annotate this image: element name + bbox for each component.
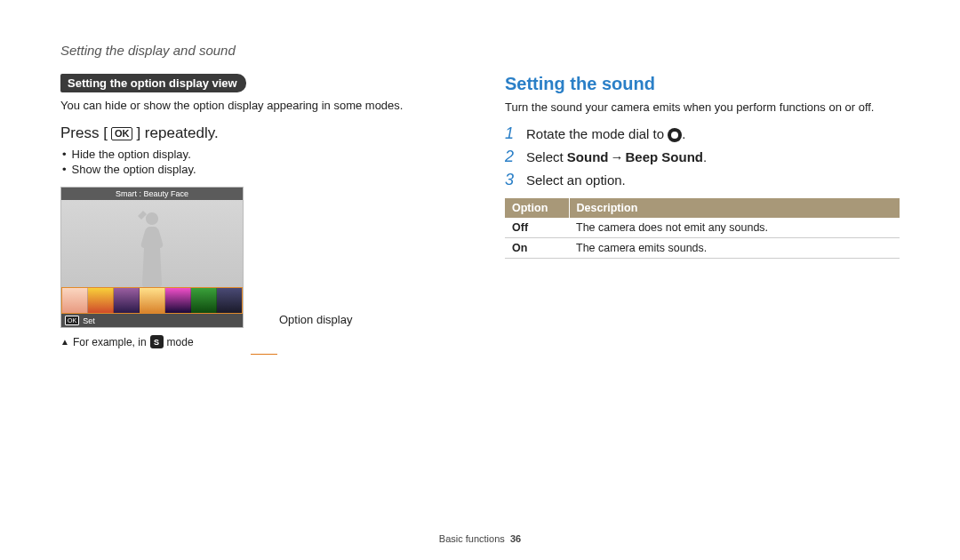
thumb-item — [114, 288, 140, 313]
step-number: 3 — [505, 171, 517, 189]
bullet-item: Show the option display. — [62, 163, 455, 176]
footnote: ▲ For example, in S mode — [60, 335, 455, 348]
table-cell-option: On — [505, 238, 569, 259]
footnote-prefix: For example, in — [73, 336, 147, 348]
camera-screenshot: Smart : Beauty Face — [60, 187, 244, 328]
step-text-pre: Rotate the mode dial to — [526, 126, 668, 141]
step-item: 2 Select Sound→Beep Sound. — [505, 148, 900, 166]
thumb-item — [88, 288, 114, 313]
screenshot-footer-label: Set — [83, 316, 95, 325]
step-text-post: . — [703, 149, 707, 164]
step-item: 3 Select an option. — [505, 171, 900, 189]
table-row: Off The camera does not emit any sounds. — [505, 218, 900, 238]
step-item: 1 Rotate the mode dial to . — [505, 124, 900, 143]
bullet-item: Hide the option display. — [62, 148, 455, 161]
table-cell-option: Off — [505, 218, 569, 238]
footer-section: Basic functions — [439, 533, 505, 544]
step-number: 1 — [505, 124, 517, 143]
ok-mini-icon: OK — [65, 316, 79, 325]
gear-icon — [668, 128, 682, 142]
page-number: 36 — [510, 533, 521, 544]
arrow-right-icon: → — [611, 149, 624, 164]
callout: Option display — [251, 236, 352, 278]
step-text-post: . — [682, 126, 685, 141]
step-bold: Sound — [567, 149, 609, 164]
person-silhouette-icon — [125, 205, 179, 287]
screenshot-body — [61, 200, 243, 287]
page-title: Setting the display and sound — [60, 43, 900, 58]
thumb-item — [165, 288, 191, 313]
callout-label: Option display — [279, 313, 352, 326]
table-header: Description — [569, 198, 900, 218]
step-text: Select an option. — [526, 172, 626, 188]
press-suffix: ] repeatedly. — [136, 124, 218, 142]
thumb-item — [217, 288, 242, 313]
ok-icon: OK — [111, 127, 133, 140]
table-cell-desc: The camera emits sounds. — [569, 238, 900, 259]
table-cell-desc: The camera does not emit any sounds. — [569, 218, 900, 238]
right-column: Setting the sound Turn the sound your ca… — [505, 74, 900, 348]
press-instruction: Press [OK] repeatedly. — [60, 124, 455, 142]
screenshot-footer: OK Set — [61, 314, 243, 327]
thumb-item — [62, 288, 88, 313]
step-number: 2 — [505, 148, 517, 166]
table-row: On The camera emits sounds. — [505, 238, 900, 259]
screenshot-header: Smart : Beauty Face — [61, 188, 243, 200]
footnote-suffix: mode — [167, 336, 194, 348]
manual-page: Setting the display and sound Setting th… — [0, 0, 960, 560]
section-heading-pill: Setting the option display view — [60, 74, 246, 92]
intro-text: Turn the sound your camera emits when yo… — [505, 100, 900, 116]
step-bold: Beep Sound — [626, 149, 704, 164]
thumb-item — [140, 288, 165, 313]
options-table: Option Description Off The camera does n… — [505, 198, 900, 259]
press-prefix: Press [ — [60, 124, 108, 142]
page-footer: Basic functions 36 — [0, 533, 960, 544]
triangle-up-icon: ▲ — [60, 337, 69, 347]
step-text: Rotate the mode dial to . — [526, 126, 685, 142]
step-text-pre: Select — [526, 149, 567, 164]
mode-chip-icon: S — [150, 335, 164, 348]
bullet-list: Hide the option display. Show the option… — [62, 148, 455, 176]
left-column: Setting the option display view You can … — [60, 74, 455, 348]
table-header: Option — [505, 198, 569, 218]
step-list: 1 Rotate the mode dial to . 2 Select Sou… — [505, 124, 900, 189]
section-heading: Setting the sound — [505, 74, 900, 94]
step-text: Select Sound→Beep Sound. — [526, 149, 707, 164]
two-column-layout: Setting the option display view You can … — [60, 74, 900, 348]
thumb-item — [191, 288, 217, 313]
intro-text: You can hide or show the option display … — [60, 98, 455, 114]
callout-line — [251, 354, 277, 355]
thumbnail-strip — [61, 287, 243, 314]
